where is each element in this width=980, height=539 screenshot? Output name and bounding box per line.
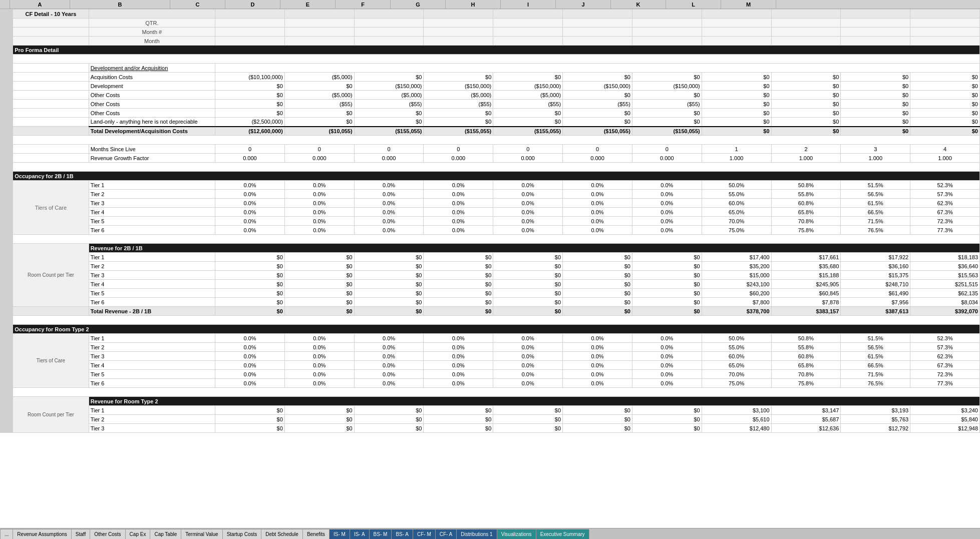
msl-i: 0 (632, 145, 702, 154)
spreadsheet-grid: CF Detail - 10 Years (0, 9, 980, 433)
dev-acquisition-row: Development and/or Acquisition (1, 64, 980, 73)
rev-rt2-t2-label: Tier 2 (89, 415, 215, 424)
occ-2b1b-header-row: Occupancy for 2B / 1B (1, 172, 980, 181)
total-dev-k: $0 (771, 127, 841, 136)
oc3-label: Other Costs (89, 109, 215, 118)
tab-staff[interactable]: Staff (71, 529, 90, 539)
acq-d: ($5,000) (284, 73, 354, 82)
tab-cap-ex[interactable]: Cap Ex (125, 529, 150, 539)
rn-38 (1, 343, 13, 352)
total-dev-h: ($150,055) (563, 127, 632, 136)
tab-bs-a[interactable]: BS- A (391, 529, 413, 539)
mnum-m (910, 28, 980, 37)
rn-10 (1, 91, 13, 100)
tab-bs-m[interactable]: BS- M (369, 529, 392, 539)
total-dev-i: ($150,055) (632, 127, 702, 136)
oc2-c: $0 (215, 100, 285, 109)
rev-t6-label: Tier 6 (89, 298, 215, 307)
column-headers: A B C D E F G H I J K L M (0, 0, 980, 9)
rn-16 (1, 145, 13, 154)
rn-46 (1, 415, 13, 424)
tab-terminal-value[interactable]: Terminal Value (181, 529, 222, 539)
occ-t2-label: Tier 2 (89, 190, 215, 199)
rn-37 (1, 334, 13, 343)
dev-row-d: $0 (284, 82, 354, 91)
rgf-d: 0.000 (284, 154, 354, 163)
year-c (215, 10, 285, 19)
month-k (771, 37, 841, 46)
tab-other-costs[interactable]: Other Costs (90, 529, 125, 539)
tab-cf-m[interactable]: CF- M (413, 529, 435, 539)
tab-cf-a[interactable]: CF- A (435, 529, 457, 539)
dev-row-col-a (13, 82, 89, 91)
mnum-h (563, 28, 632, 37)
occ-t1-j: 50.0% (702, 181, 771, 190)
rev-2b1b-t5-row: Tier 5 $0 $0 $0 $0 $0 $0 $0 $60,200 $60,… (1, 289, 980, 298)
msl-col-a (13, 145, 89, 154)
tab-startup-costs[interactable]: Startup Costs (222, 529, 261, 539)
month-d (284, 37, 354, 46)
qtr-k (771, 19, 841, 28)
rgf-label: Revenue Growth Factor (89, 154, 215, 163)
mnum-g (493, 28, 563, 37)
land-l: $0 (841, 118, 910, 127)
rn-23 (1, 208, 13, 217)
acq-m: $0 (910, 73, 980, 82)
col-header-j: J (556, 0, 611, 9)
oc1-g: ($5,000) (493, 91, 563, 100)
tab-revenue-assumptions[interactable]: Revenue Assumptions (13, 529, 71, 539)
col-header-c: C (170, 0, 225, 9)
oc1-k: $0 (771, 91, 841, 100)
rgf-k: 1.000 (771, 154, 841, 163)
tab-cap-table[interactable]: Cap Table (150, 529, 181, 539)
rn-15 (1, 136, 13, 145)
rn-47 (1, 424, 13, 433)
rn-33 (1, 298, 13, 307)
land-d: $0 (284, 118, 354, 127)
occ-rt2-t5-label: Tier 5 (89, 370, 215, 379)
tab-visualizations[interactable]: Visualizations (497, 529, 536, 539)
year-d (284, 10, 354, 19)
tab-is-m[interactable]: IS- M (329, 529, 350, 539)
rn-11 (1, 100, 13, 109)
empty-15-cells (13, 136, 980, 145)
empty-26 (1, 235, 980, 244)
oc3-m: $0 (910, 109, 980, 118)
oc2-g: ($55) (493, 100, 563, 109)
rev-rt2-t2-row: Tier 2 $0 $0 $0 $0 $0 $0 $0 $5,610 $5,68… (1, 415, 980, 424)
oc3-h: $0 (563, 109, 632, 118)
acq-j: $0 (702, 73, 771, 82)
occ-rt2-t3-row: Tier 3 0.0% 0.0% 0.0% 0.0% 0.0% 0.0% 0.0… (1, 352, 980, 361)
land-g: $0 (493, 118, 563, 127)
tab-distributions-1[interactable]: Distributions 1 (456, 529, 496, 539)
rev-2b1b-header-row: Room Count per Tier Revenue for 2B / 1B (1, 244, 980, 253)
col-header-a: A (10, 0, 70, 9)
rn-12 (1, 109, 13, 118)
rn-18 (1, 163, 13, 172)
empty-43 (1, 388, 980, 397)
rn-19 (1, 172, 13, 181)
land-only-row: Land-only - anything here is not depreci… (1, 118, 980, 127)
tab-bar: ... Revenue Assumptions Staff Other Cost… (0, 528, 980, 539)
occ-rt2-t4-label: Tier 4 (89, 361, 215, 370)
col-header-e: E (280, 0, 336, 9)
total-dev-m: $0 (910, 127, 980, 136)
acq-l: $0 (841, 73, 910, 82)
tab-debt-schedule[interactable]: Debt Schedule (261, 529, 302, 539)
qtr-h (563, 19, 632, 28)
tiers-of-care-label-1: Tiers of Care (13, 181, 89, 235)
qtr-label-col (13, 19, 89, 28)
rn-30 (1, 271, 13, 280)
tab-executive-summary[interactable]: Executive Summary (536, 529, 589, 539)
msl-label: Months Since Live (89, 145, 215, 154)
tab-nav-prev[interactable]: ... (0, 529, 13, 539)
land-f: $0 (424, 118, 493, 127)
tab-is-a[interactable]: IS- A (350, 529, 369, 539)
total-dev-j: $0 (702, 127, 771, 136)
tab-benefits[interactable]: Benefits (302, 529, 329, 539)
qtr-f (424, 19, 493, 28)
room-count-per-tier-label-1: Room Count per Tier (13, 244, 89, 307)
rev-2b1b-t3-row: Tier 3 $0 $0 $0 $0 $0 $0 $0 $15,000 $15,… (1, 271, 980, 280)
occ-tier3-row: Tier 3 0.0% 0.0% 0.0% 0.0% 0.0% 0.0% 0.0… (1, 199, 980, 208)
oc1-l: $0 (841, 91, 910, 100)
